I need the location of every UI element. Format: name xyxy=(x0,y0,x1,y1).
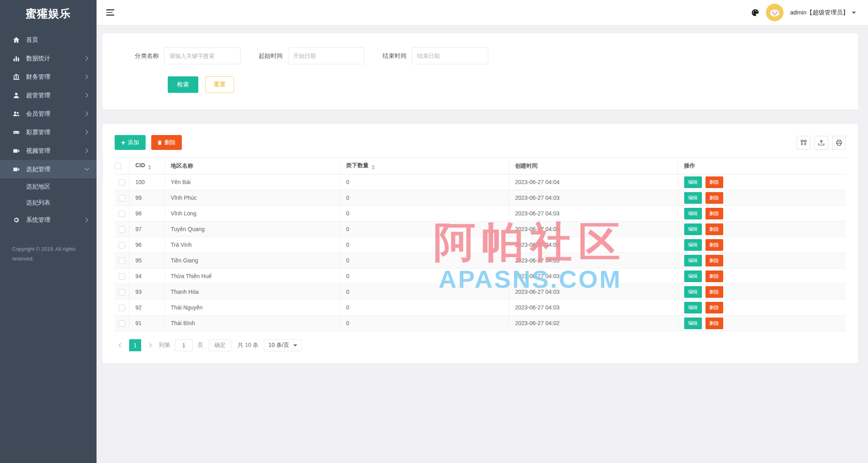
select-all-checkbox[interactable] xyxy=(115,163,121,169)
cell-count: 0 xyxy=(340,190,509,206)
end-date-input[interactable] xyxy=(412,47,488,64)
row-edit-button[interactable]: 编辑 xyxy=(684,239,702,251)
row-delete-button[interactable]: 删除 xyxy=(706,223,723,235)
row-edit-button[interactable]: 编辑 xyxy=(684,286,702,298)
copyright-text: Copyright © 2019. All rights reserved. xyxy=(0,244,97,264)
per-page-select[interactable]: 10 条/页 xyxy=(264,339,301,351)
row-checkbox[interactable] xyxy=(119,273,125,280)
row-delete-button[interactable]: 删除 xyxy=(706,302,723,313)
user-dropdown[interactable]: admin【超级管理员】 xyxy=(790,9,856,16)
row-edit-button[interactable]: 编辑 xyxy=(684,176,702,188)
category-input[interactable] xyxy=(164,47,241,64)
column-header-cid[interactable]: CID xyxy=(129,158,165,174)
sidebar-item-lottery[interactable]: 彩票管理 xyxy=(0,123,97,141)
cell-region-name: Trà Vinh xyxy=(165,237,340,253)
sidebar-item-home[interactable]: 首页 xyxy=(0,31,97,49)
top-header: admin【超级管理员】 xyxy=(97,0,868,25)
chevron-right-icon xyxy=(85,111,88,116)
cell-created-time: 2023-06-27 04:03 xyxy=(509,221,678,237)
row-edit-button[interactable]: 编辑 xyxy=(684,223,702,235)
sidebar-item-video[interactable]: 视频管理 xyxy=(0,141,97,160)
sidebar-item-stats[interactable]: 数据统计 xyxy=(0,49,97,68)
sidebar-item-label: 视频管理 xyxy=(26,147,50,155)
row-edit-button[interactable]: 编辑 xyxy=(684,255,702,266)
sidebar-item-members[interactable]: 会员管理 xyxy=(0,104,97,123)
sidebar-subitem-concubine-region[interactable]: 选妃地区 xyxy=(0,178,97,195)
chevron-right-icon xyxy=(85,148,88,153)
row-edit-button[interactable]: 编辑 xyxy=(684,192,702,204)
table-row: 95Tiền Giang02023-06-27 04:03编辑删除 xyxy=(115,253,846,268)
cell-region-name: Vĩnh Phúc xyxy=(165,190,340,206)
cell-created-time: 2023-06-27 04:02 xyxy=(509,315,678,331)
cell-region-name: Thanh Hóa xyxy=(165,284,340,300)
header-right: admin【超级管理员】 xyxy=(751,4,856,21)
row-delete-button[interactable]: 删除 xyxy=(706,208,723,219)
row-delete-button[interactable]: 删除 xyxy=(706,239,723,251)
row-delete-button[interactable]: 删除 xyxy=(706,255,723,266)
row-checkbox-cell xyxy=(115,174,129,190)
row-delete-button[interactable]: 删除 xyxy=(706,318,723,329)
filter-group-start-time: 起始时间 xyxy=(259,47,364,64)
delete-button[interactable]: 删除 xyxy=(151,135,182,150)
sort-icon[interactable] xyxy=(148,165,151,170)
sidebar-item-system[interactable]: 系统管理 xyxy=(0,211,97,229)
add-button[interactable]: + 添加 xyxy=(115,135,146,150)
row-checkbox[interactable] xyxy=(119,242,125,248)
filter-card: 分类名称 起始时间 结束时间 检索 重置 xyxy=(103,33,858,110)
row-delete-button[interactable]: 删除 xyxy=(706,192,723,204)
cell-actions: 编辑删除 xyxy=(678,174,846,190)
cell-actions: 编辑删除 xyxy=(678,268,846,284)
pagination: 1 到第 页 确定 共 10 条 10 条/页 xyxy=(115,339,846,351)
row-edit-button[interactable]: 编辑 xyxy=(684,270,702,282)
delete-button-label: 删除 xyxy=(165,139,176,146)
reset-button[interactable]: 重置 xyxy=(205,76,234,93)
goto-confirm-button[interactable]: 确定 xyxy=(209,339,231,351)
table-tool-icons xyxy=(797,136,846,150)
sort-icon[interactable] xyxy=(372,165,375,170)
sidebar-item-concubine[interactable]: 选妃管理 xyxy=(0,160,97,178)
next-page-button[interactable] xyxy=(144,339,156,351)
row-checkbox[interactable] xyxy=(119,258,125,264)
gear-icon xyxy=(12,216,20,223)
row-checkbox[interactable] xyxy=(119,226,125,233)
row-checkbox[interactable] xyxy=(119,305,125,311)
row-edit-button[interactable]: 编辑 xyxy=(684,302,702,313)
column-header-count[interactable]: 类下数量 xyxy=(340,158,509,174)
current-page-button[interactable]: 1 xyxy=(129,339,141,351)
row-edit-button[interactable]: 编辑 xyxy=(684,318,702,329)
row-edit-button[interactable]: 编辑 xyxy=(684,208,702,219)
row-checkbox[interactable] xyxy=(119,320,125,327)
sidebar-subitem-concubine-list[interactable]: 选妃列表 xyxy=(0,195,97,211)
sidebar-item-finance[interactable]: 财务管理 xyxy=(0,68,97,86)
row-checkbox[interactable] xyxy=(119,195,125,201)
user-avatar[interactable] xyxy=(766,4,784,21)
filter-columns-icon[interactable] xyxy=(797,136,810,150)
cell-region-name: Vĩnh Long xyxy=(165,206,340,221)
search-button[interactable]: 检索 xyxy=(168,76,198,93)
cell-actions: 编辑删除 xyxy=(678,300,846,315)
cell-cid: 99 xyxy=(129,190,165,206)
cell-count: 0 xyxy=(340,300,509,315)
sidebar-item-label: 选妃管理 xyxy=(26,166,50,173)
row-delete-button[interactable]: 删除 xyxy=(706,286,723,298)
row-delete-button[interactable]: 删除 xyxy=(706,270,723,282)
cell-cid: 95 xyxy=(129,253,165,268)
row-checkbox[interactable] xyxy=(119,179,125,186)
cell-region-name: Tiền Giang xyxy=(165,253,340,268)
cell-cid: 94 xyxy=(129,268,165,284)
prev-page-button[interactable] xyxy=(115,339,127,351)
start-date-input[interactable] xyxy=(288,47,364,64)
export-icon[interactable] xyxy=(815,136,828,150)
chevron-down-icon xyxy=(85,167,88,172)
bank-icon xyxy=(12,73,20,80)
row-checkbox[interactable] xyxy=(119,289,125,295)
row-checkbox[interactable] xyxy=(119,211,125,217)
chart-icon xyxy=(12,55,20,62)
goto-page-input[interactable] xyxy=(175,339,193,351)
theme-palette-icon[interactable] xyxy=(751,8,759,17)
sidebar: 蜜獾娱乐 首页数据统计财务管理超管管理会员管理彩票管理视频管理选妃管理选妃地区选… xyxy=(0,0,97,463)
sidebar-item-supadmin[interactable]: 超管管理 xyxy=(0,86,97,104)
print-icon[interactable] xyxy=(832,136,846,150)
hamburger-menu-icon[interactable] xyxy=(106,9,114,16)
row-delete-button[interactable]: 删除 xyxy=(706,176,723,188)
